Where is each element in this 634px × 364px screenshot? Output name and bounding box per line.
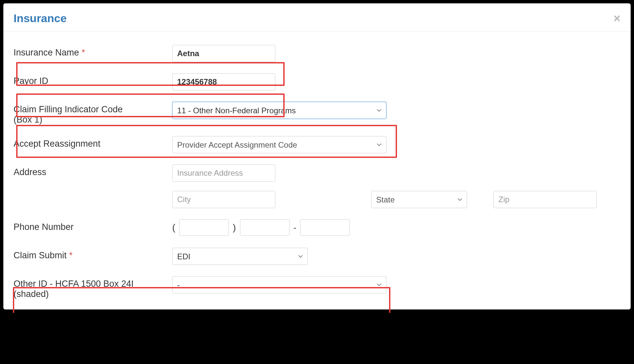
label-claim-submit: Claim Submit * — [14, 248, 172, 261]
phone-prefix-input[interactable] — [240, 219, 290, 236]
accept-reassignment-select[interactable]: Provider Accept Assignment Code — [172, 136, 386, 153]
payor-id-input[interactable] — [172, 73, 275, 91]
claim-filling-select[interactable]: 11 - Other Non-Federal Programs — [172, 102, 386, 119]
label-accept-reassignment: Accept Reassignment — [14, 136, 172, 149]
row-insurance-name: Insurance Name * — [14, 45, 620, 62]
phone-area-input[interactable] — [179, 219, 229, 236]
insurance-name-input[interactable] — [172, 45, 275, 62]
claim-submit-select[interactable]: EDI — [172, 248, 308, 265]
row-accept-reassignment: Accept Reassignment Provider Accept Assi… — [14, 136, 620, 153]
other-id-select[interactable]: - — [172, 276, 386, 293]
zip-input[interactable] — [494, 191, 597, 208]
label-phone: Phone Number — [14, 219, 172, 232]
phone-lparen: ( — [172, 222, 175, 233]
close-icon[interactable]: × — [614, 13, 620, 24]
modal-title: Insurance — [14, 12, 67, 25]
state-select[interactable]: State — [371, 191, 467, 208]
phone-rparen: ) — [233, 222, 236, 233]
row-payor-id: Payor ID — [14, 73, 620, 91]
label-claim-filling: Claim Filling Indicator Code (Box 1) — [14, 102, 172, 125]
address-input[interactable] — [172, 164, 275, 182]
row-claim-submit: Claim Submit * EDI — [14, 248, 620, 265]
row-address: Address — [14, 164, 620, 182]
row-phone: Phone Number ( ) - — [14, 219, 620, 237]
phone-dash: - — [294, 223, 297, 233]
phone-line-input[interactable] — [300, 219, 350, 236]
row-claim-filling: Claim Filling Indicator Code (Box 1) 11 … — [14, 102, 620, 125]
modal-body: Insurance Name * Payor ID Claim Filling … — [4, 32, 630, 309]
row-city-state-zip: State — [14, 191, 620, 208]
label-other-id: Other ID - HCFA 1500 Box 24I (shaded) — [14, 276, 172, 299]
insurance-modal: Insurance × Insurance Name * Payor ID Cl… — [3, 3, 631, 309]
city-input[interactable] — [172, 191, 275, 208]
label-insurance-name: Insurance Name * — [14, 45, 172, 58]
row-other-id: Other ID - HCFA 1500 Box 24I (shaded) - — [14, 276, 620, 299]
label-address: Address — [14, 164, 172, 177]
label-payor-id: Payor ID — [14, 73, 172, 86]
modal-header: Insurance × — [4, 4, 630, 32]
